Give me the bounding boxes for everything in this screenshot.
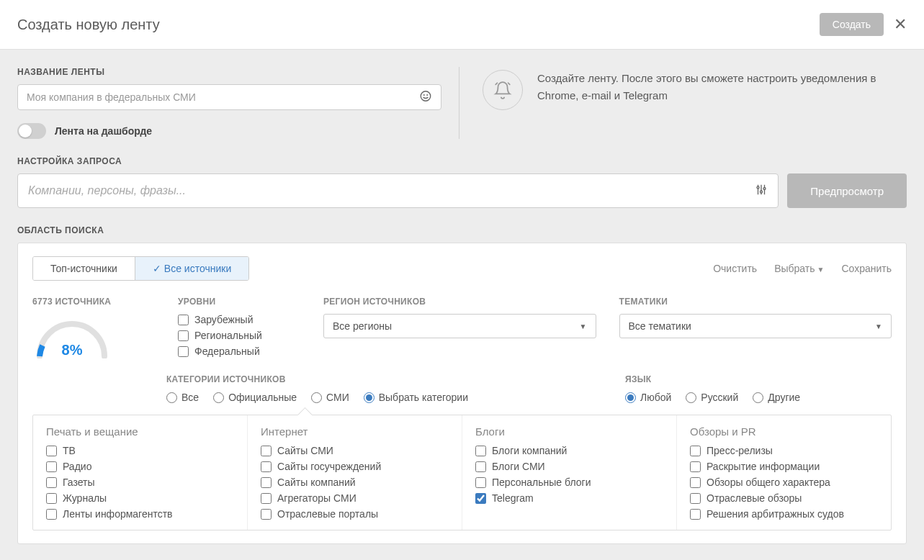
tab-top-sources[interactable]: Топ-источники (33, 257, 135, 280)
check-icon: ✓ (153, 263, 161, 274)
category-all-radio[interactable]: Все (166, 392, 199, 403)
cat-company-sites-checkbox[interactable]: Сайты компаний (261, 477, 449, 488)
caret-down-icon: ▼ (580, 322, 587, 330)
cat-magazines-checkbox[interactable]: Журналы (46, 492, 234, 504)
cat-general-reviews-checkbox[interactable]: Обзоры общего характера (690, 477, 878, 488)
svg-point-8 (763, 188, 766, 190)
cat-aggregators-checkbox[interactable]: Агрегаторы СМИ (261, 492, 449, 504)
dashboard-toggle-row: Лента на дашборде (17, 123, 441, 139)
clear-link[interactable]: Очистить (713, 263, 757, 274)
cat-print-title: Печать и вещание (46, 425, 234, 438)
lang-russian-radio[interactable]: Русский (686, 392, 738, 403)
source-scope-tabs: Топ-источники ✓Все источники (32, 256, 249, 281)
query-input[interactable] (18, 174, 778, 207)
tab-all-sources[interactable]: ✓Все источники (135, 257, 248, 280)
search-area-label: ОБЛАСТЬ ПОИСКА (17, 225, 907, 235)
region-label: РЕГИОН ИСТОЧНИКОВ (323, 297, 596, 307)
cat-portals-checkbox[interactable]: Отраслевые порталы (261, 508, 449, 520)
cat-telegram-checkbox[interactable]: Telegram (475, 492, 663, 504)
lang-any-radio[interactable]: Любой (625, 392, 671, 403)
svg-point-2 (427, 95, 428, 96)
feed-name-input-wrap (17, 84, 441, 110)
lang-other-radio[interactable]: Другие (753, 392, 800, 403)
preview-button[interactable]: Предпросмотр (787, 173, 907, 208)
modal-header: Создать новую ленту Создать ✕ (0, 0, 924, 50)
level-regional-checkbox[interactable]: Региональный (178, 330, 300, 341)
upper-section: НАЗВАНИЕ ЛЕНТЫ Лента на дашборде Создайт… (0, 50, 924, 156)
cat-reviews-title: Обзоры и PR (690, 425, 878, 438)
categories-label: КАТЕГОРИИ ИСТОЧНИКОВ (166, 374, 596, 384)
feed-name-input[interactable] (18, 85, 441, 109)
category-select-radio[interactable]: Выбрать категории (364, 392, 468, 403)
sources-gauge: 8% (32, 317, 112, 358)
emoji-icon[interactable] (419, 90, 432, 105)
language-label: ЯЗЫК (625, 374, 892, 384)
select-link[interactable]: Выбрать▼ (774, 263, 824, 274)
svg-point-1 (423, 95, 424, 96)
cat-company-blogs-checkbox[interactable]: Блоги компаний (475, 445, 663, 456)
cat-personal-blogs-checkbox[interactable]: Персональные блоги (475, 477, 663, 488)
cat-tv-checkbox[interactable]: ТВ (46, 445, 234, 456)
hint-text: Создайте ленту. После этого вы сможете н… (537, 70, 907, 104)
bell-icon (483, 70, 523, 110)
sources-count-label: 6773 ИСТОЧНИКА (32, 297, 155, 307)
region-select[interactable]: Все регионы ▼ (323, 314, 596, 338)
svg-point-6 (757, 186, 759, 189)
cat-newspapers-checkbox[interactable]: Газеты (46, 477, 234, 488)
svg-point-0 (421, 91, 431, 101)
cat-agencies-checkbox[interactable]: Ленты информагентств (46, 508, 234, 520)
cat-internet-title: Интернет (261, 425, 449, 438)
cat-gov-sites-checkbox[interactable]: Сайты госучреждений (261, 461, 449, 472)
cat-disclosure-checkbox[interactable]: Раскрытие информации (690, 461, 878, 472)
dashboard-toggle[interactable] (17, 123, 46, 139)
query-section: НАСТРОЙКА ЗАПРОСА Предпросмотр (0, 156, 924, 225)
close-icon[interactable]: ✕ (894, 17, 907, 32)
gauge-percentage: 8% (62, 342, 83, 358)
levels-label: УРОВНИ (178, 297, 300, 307)
level-federal-checkbox[interactable]: Федеральный (178, 346, 300, 357)
modal-title: Создать новую ленту (17, 17, 160, 33)
svg-point-7 (761, 191, 763, 193)
level-foreign-checkbox[interactable]: Зарубежный (178, 314, 300, 325)
topics-select[interactable]: Все тематики ▼ (619, 314, 892, 338)
feed-name-label: НАЗВАНИЕ ЛЕНТЫ (17, 67, 441, 77)
cat-media-blogs-checkbox[interactable]: Блоги СМИ (475, 461, 663, 472)
cat-press-checkbox[interactable]: Пресс-релизы (690, 445, 878, 456)
search-area-section: ОБЛАСТЬ ПОИСКА Топ-источники ✓Все источн… (0, 225, 924, 560)
sliders-icon[interactable] (755, 184, 768, 199)
query-label: НАСТРОЙКА ЗАПРОСА (17, 156, 907, 166)
category-columns-panel: Печать и вещание ТВ Радио Газеты Журналы… (32, 415, 892, 530)
cat-blogs-title: Блоги (475, 425, 663, 438)
topics-label: ТЕМАТИКИ (619, 297, 892, 307)
cat-court-checkbox[interactable]: Решения арбитражных судов (690, 508, 878, 520)
caret-down-icon: ▼ (875, 322, 882, 330)
cat-radio-checkbox[interactable]: Радио (46, 461, 234, 472)
category-media-radio[interactable]: СМИ (311, 392, 349, 403)
chevron-down-icon: ▼ (817, 266, 825, 274)
cat-industry-reviews-checkbox[interactable]: Отраслевые обзоры (690, 492, 878, 504)
dashboard-toggle-label: Лента на дашборде (55, 125, 152, 137)
category-official-radio[interactable]: Официальные (213, 392, 297, 403)
create-button[interactable]: Создать (820, 13, 884, 36)
save-link[interactable]: Сохранить (841, 263, 892, 274)
modal-actions: Создать ✕ (820, 13, 907, 36)
cat-media-sites-checkbox[interactable]: Сайты СМИ (261, 445, 449, 456)
